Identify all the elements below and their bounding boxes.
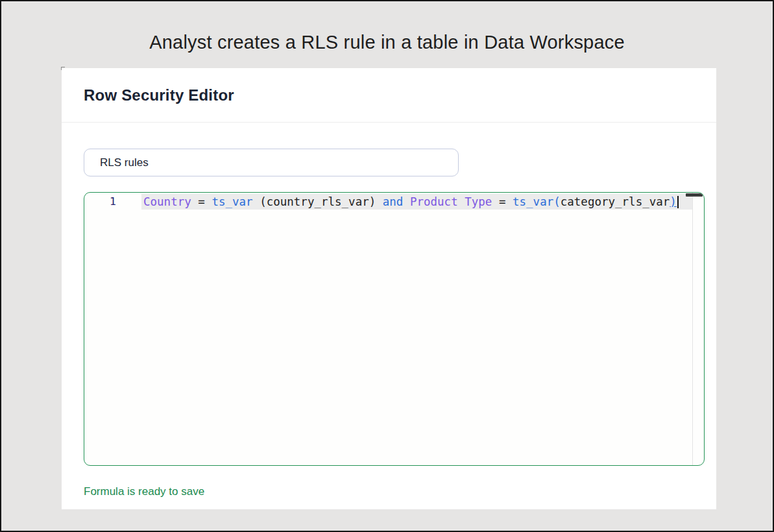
code-token-function: ts_var (212, 195, 252, 208)
code-token-plain: (country_rls_var) (253, 195, 383, 208)
code-token-bracket-match: ) (670, 195, 677, 208)
editor-gutter: 1 (84, 193, 141, 465)
line-number: 1 (84, 194, 141, 210)
scrollbar-thumb[interactable] (686, 193, 703, 197)
code-token-plain: category_rls_var (561, 195, 670, 208)
rule-name-input[interactable]: RLS rules (84, 149, 459, 176)
code-token-plain: = (492, 195, 513, 208)
code-token-function: ts_var( (513, 195, 561, 208)
code-token-field: Product Type (410, 195, 492, 208)
screenshot-artifact (61, 67, 65, 70)
row-security-editor-panel: Row Security Editor RLS rules 1 Country … (62, 68, 716, 509)
panel-heading: Row Security Editor (84, 86, 234, 104)
code-token-field: Country (143, 195, 191, 208)
formula-editor[interactable]: 1 Country = ts_var (country_rls_var) and… (84, 192, 705, 466)
screenshot-root: { "title": "Analyst creates a RLS rule i… (0, 0, 774, 532)
text-cursor (677, 196, 679, 208)
code-token-plain: = (191, 195, 212, 208)
code-token-keyword: and (383, 195, 404, 208)
rule-name-value: RLS rules (100, 156, 149, 169)
code-area: Country = ts_var (country_rls_var) and P… (141, 194, 693, 210)
panel-header: Row Security Editor (62, 68, 716, 123)
status-message: Formula is ready to save (84, 485, 716, 498)
page-title: Analyst creates a RLS rule in a table in… (1, 30, 773, 54)
code-line[interactable]: Country = ts_var (country_rls_var) and P… (141, 194, 693, 210)
panel-body: RLS rules 1 Country = ts_var (country_rl… (62, 123, 716, 498)
vertical-scrollbar-track[interactable] (692, 193, 704, 465)
code-token-plain (403, 195, 410, 208)
